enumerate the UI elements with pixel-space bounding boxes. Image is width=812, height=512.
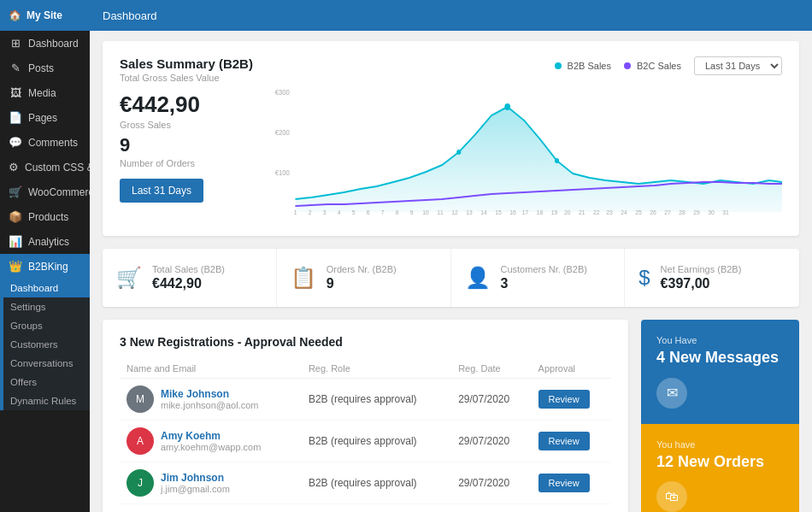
- pages-icon: 📄: [9, 111, 22, 124]
- b2bking-icon: 👑: [9, 260, 22, 273]
- main-content: Dashboard Sales Summary (B2B) Total Gros…: [90, 0, 812, 512]
- reg-date: 29/07/2020: [451, 379, 531, 421]
- sidebar-item-b2b-offers[interactable]: Offers: [3, 373, 90, 391]
- sidebar-item-dashboard[interactable]: ⊞ Dashboard: [0, 31, 90, 56]
- orders-icon: 📋: [291, 266, 316, 290]
- sidebar-item-custom-css[interactable]: ⚙ Custom CSS & JS: [0, 155, 90, 179]
- gross-sales-value: €442,90: [120, 91, 256, 118]
- sidebar-item-b2b-settings[interactable]: Settings: [3, 297, 90, 316]
- stat-orders-label: Orders Nr. (B2B): [327, 264, 397, 274]
- cart-icon: 🛒: [116, 266, 142, 290]
- sidebar-item-media[interactable]: 🖼 Media: [0, 80, 90, 105]
- review-button[interactable]: Review: [538, 432, 590, 450]
- sidebar-item-b2bking[interactable]: 👑 B2BKing: [0, 254, 90, 279]
- customers-icon: 👤: [465, 266, 491, 290]
- sales-chart-svg: €300 €200 €100: [274, 79, 782, 216]
- svg-text:21: 21: [579, 208, 585, 216]
- svg-text:26: 26: [650, 208, 656, 216]
- stat-customers: 👤 Customers Nr. (B2B) 3: [451, 249, 626, 307]
- user-role: B2B (requires approval): [302, 462, 451, 504]
- stat-earnings: $ Net Earnings (B2B) €397,00: [625, 249, 799, 307]
- stats-row: 🛒 Total Sales (B2B) €442,90 📋 Orders Nr.…: [103, 249, 799, 307]
- table-row: A Amy Koehm amy.koehm@wapp.com B2B (requ…: [120, 421, 611, 462]
- stat-orders-value: 9: [327, 276, 397, 291]
- products-icon: 📦: [9, 210, 22, 223]
- user-email: j.jim@gmail.com: [161, 484, 230, 494]
- sidebar-item-products[interactable]: 📦 Products: [0, 204, 90, 229]
- user-avatar: M: [127, 385, 154, 413]
- sidebar-item-b2b-conversations[interactable]: Conversations: [3, 354, 90, 373]
- user-role: B2B (requires approval): [302, 421, 451, 462]
- orders-value: 9: [120, 134, 256, 156]
- registrations-card: 3 New Registrations - Approval Needed Na…: [103, 320, 628, 512]
- svg-text:16: 16: [509, 208, 516, 216]
- review-button[interactable]: Review: [538, 474, 590, 492]
- registrations-title: 3 New Registrations - Approval Needed: [120, 335, 611, 349]
- svg-point-5: [555, 158, 559, 163]
- reg-date: 29/07/2020: [451, 421, 531, 462]
- svg-text:9: 9: [410, 208, 414, 216]
- user-email: amy.koehm@wapp.com: [161, 442, 261, 452]
- col-reg-date: Reg. Date: [451, 359, 531, 379]
- sales-subtitle: Total Gross Sales Value: [120, 73, 256, 83]
- comments-icon: 💬: [9, 136, 22, 149]
- sidebar-item-posts[interactable]: ✎ Posts: [0, 56, 90, 80]
- svg-point-3: [504, 103, 510, 110]
- svg-text:27: 27: [664, 208, 671, 216]
- orders-icon-circle[interactable]: 🛍: [656, 481, 687, 512]
- sales-left: Sales Summary (B2B) Total Gross Sales Va…: [120, 56, 256, 221]
- posts-icon: ✎: [9, 62, 22, 74]
- sidebar-item-pages[interactable]: 📄 Pages: [0, 105, 90, 130]
- svg-text:2: 2: [309, 208, 312, 216]
- dollar-icon: $: [638, 266, 650, 290]
- chart-period-dropdown[interactable]: Last 31 Days: [694, 56, 782, 75]
- messages-you-have: You Have: [656, 335, 784, 345]
- stat-total-sales-value: €442,90: [152, 276, 225, 291]
- svg-text:6: 6: [367, 208, 370, 216]
- review-button[interactable]: Review: [538, 390, 590, 409]
- svg-text:10: 10: [422, 208, 429, 216]
- analytics-icon: 📊: [9, 235, 22, 248]
- svg-text:8: 8: [396, 208, 399, 216]
- stat-earnings-label: Net Earnings (B2B): [661, 264, 742, 274]
- stat-customers-label: Customers Nr. (B2B): [501, 264, 587, 274]
- top-bar: Dashboard: [90, 0, 812, 31]
- stat-earnings-info: Net Earnings (B2B) €397,00: [661, 264, 742, 291]
- sidebar-item-comments[interactable]: 💬 Comments: [0, 130, 90, 155]
- svg-text:29: 29: [693, 208, 700, 216]
- sidebar-item-b2b-customers[interactable]: Customers: [3, 335, 90, 354]
- svg-text:18: 18: [537, 208, 544, 216]
- sidebar-item-woocommerce[interactable]: 🛒 WooCommerce: [0, 179, 90, 204]
- b2bking-submenu: Dashboard Settings Groups Customers Conv…: [0, 279, 90, 410]
- sidebar-logo-label: My Site: [26, 9, 62, 21]
- sales-title: Sales Summary (B2B): [120, 56, 256, 71]
- user-name: Amy Koehm: [161, 430, 261, 442]
- sidebar-logo[interactable]: 🏠 My Site: [0, 0, 90, 31]
- sidebar-item-analytics[interactable]: 📊 Analytics: [0, 229, 90, 254]
- sidebar-item-b2b-dynamic-rules[interactable]: Dynamic Rules: [3, 391, 90, 410]
- right-cards: You Have 4 New Messages ✉ You have 12 Ne…: [641, 320, 799, 512]
- svg-point-4: [456, 150, 461, 155]
- svg-text:€200: €200: [275, 127, 290, 137]
- messages-icon-circle[interactable]: ✉: [656, 378, 687, 409]
- col-reg-role: Reg. Role: [302, 359, 451, 379]
- chart-svg-container: €300 €200 €100: [274, 79, 782, 221]
- svg-text:24: 24: [621, 208, 627, 216]
- svg-text:17: 17: [522, 208, 529, 216]
- sidebar-item-b2b-dashboard[interactable]: Dashboard: [3, 279, 90, 297]
- top-bar-title: Dashboard: [103, 9, 157, 22]
- stat-total-sales-info: Total Sales (B2B) €442,90: [152, 264, 225, 291]
- sidebar-item-b2b-groups[interactable]: Groups: [3, 316, 90, 335]
- media-icon: 🖼: [9, 86, 22, 99]
- messages-card: You Have 4 New Messages ✉: [641, 320, 799, 424]
- svg-text:30: 30: [708, 208, 715, 216]
- last-31-days-button[interactable]: Last 31 Days: [120, 179, 203, 203]
- woocommerce-icon: 🛒: [9, 185, 22, 198]
- orders-label: Number of Orders: [120, 158, 256, 168]
- svg-text:25: 25: [635, 208, 642, 216]
- custom-css-icon: ⚙: [9, 161, 19, 174]
- svg-text:15: 15: [495, 208, 502, 216]
- legend-b2c: B2C Sales: [624, 61, 681, 71]
- gross-sales-label: Gross Sales: [120, 120, 256, 130]
- table-row: M Mike Johnson mike.jonhson@aol.com B2B …: [120, 379, 611, 421]
